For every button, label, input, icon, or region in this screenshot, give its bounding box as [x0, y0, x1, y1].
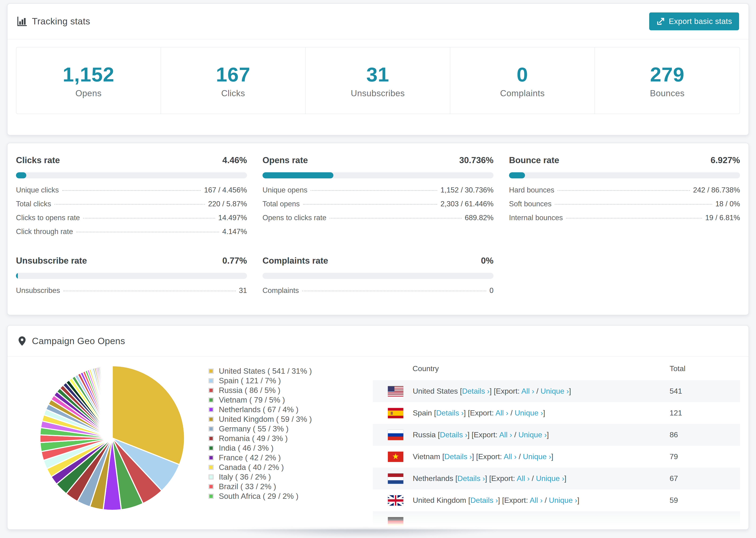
unsubscribe-rate-progress: [16, 273, 247, 279]
tracking-stats-card: Tracking stats Export basic stats 1,152 …: [7, 3, 749, 135]
export-unique-link[interactable]: Unique ›: [536, 474, 565, 483]
table-row-united-states: United States [Details ›] [Export: All ›…: [373, 380, 740, 402]
geo-body: United States ( 541 / 31% ) Spain ( 121 …: [8, 357, 748, 530]
opens-count: 1,152: [63, 63, 114, 86]
complaints-rate-progress: [262, 273, 494, 279]
details-link[interactable]: Details ›: [436, 409, 464, 417]
export-all-link[interactable]: All ›: [499, 430, 512, 439]
geo-opens-card: Campaign Geo Opens United States ( 541 /…: [7, 325, 749, 530]
table-row-spain: Spain [Details ›] [Export: All › / Uniqu…: [373, 402, 740, 424]
export-unique-link[interactable]: Unique ›: [514, 409, 543, 417]
rate-row: Opens to clicks rate689.82%: [262, 214, 494, 228]
total-value: 59: [670, 496, 740, 505]
page-bottom-shadow: [229, 529, 501, 538]
clicks-rate-title: Clicks rate: [16, 155, 60, 165]
geo-opens-pie-chart: [37, 363, 188, 513]
legend-item: Canada ( 40 / 2% ): [208, 462, 373, 472]
complaints-count: 0: [517, 63, 528, 86]
legend-item: South Africa ( 29 / 2% ): [208, 491, 373, 501]
page-title: Tracking stats: [32, 16, 90, 27]
details-link[interactable]: Details ›: [470, 496, 498, 505]
legend-color-chip: [208, 378, 214, 383]
export-all-link[interactable]: All ›: [530, 496, 543, 505]
opens-rate-progress: [262, 172, 494, 178]
export-unique-link[interactable]: Unique ›: [518, 430, 547, 439]
russia-flag-icon: [388, 430, 404, 440]
export-basic-stats-button[interactable]: Export basic stats: [649, 13, 739, 30]
table-row-partial: [373, 511, 740, 530]
rate-row: Unique clicks167 / 4.456%: [16, 186, 247, 200]
export-all-link[interactable]: All ›: [504, 452, 516, 461]
germany-flag-icon: [388, 517, 404, 527]
dashboard-page: { "colors": { "accent": "#1b8da4", "butt…: [0, 0, 756, 538]
stat-unsubscribes: 31 Unsubscribes: [306, 47, 450, 114]
details-link[interactable]: Details ›: [462, 387, 490, 395]
bounce-rate-title: Bounce rate: [509, 155, 559, 165]
rate-row: Hard bounces242 / 86.738%: [509, 186, 740, 200]
export-icon: [656, 17, 665, 26]
unsubscribes-count: 31: [366, 63, 389, 86]
bounce-rate-progress: [509, 172, 740, 178]
map-pin-icon: [17, 336, 27, 346]
total-value: 541: [670, 387, 740, 396]
legend-color-chip: [208, 446, 214, 451]
export-unique-link[interactable]: Unique ›: [549, 496, 577, 505]
rate-row: Click through rate4.147%: [16, 228, 247, 241]
legend-color-chip: [208, 455, 214, 460]
export-all-link[interactable]: All ›: [495, 409, 508, 417]
legend-color-chip: [208, 484, 214, 489]
netherlands-flag-icon: [388, 473, 404, 484]
stat-clicks: 167 Clicks: [161, 47, 306, 114]
details-link[interactable]: Details ›: [458, 474, 485, 483]
stat-bounces: 279 Bounces: [595, 47, 739, 114]
export-all-link[interactable]: All ›: [521, 387, 534, 395]
legend-item: Netherlands ( 67 / 4% ): [208, 405, 373, 414]
table-row-united-kingdom: United Kingdom [Details ›] [Export: All …: [373, 489, 740, 511]
table-row-russia: Russia [Details ›] [Export: All › / Uniq…: [373, 424, 740, 446]
clicks-count: 167: [216, 63, 250, 86]
legend-color-chip: [208, 436, 214, 441]
table-row-netherlands: Netherlands [Details ›] [Export: All › /…: [373, 467, 740, 489]
clicks-rate-block: Clicks rate 4.46% Unique clicks167 / 4.4…: [16, 155, 247, 241]
rate-row: Complaints0: [262, 286, 494, 300]
geo-pie-legend: United States ( 541 / 31% ) Spain ( 121 …: [208, 357, 373, 530]
section-title: Campaign Geo Opens: [32, 336, 125, 346]
export-unique-link[interactable]: Unique ›: [523, 452, 551, 461]
summary-stats-row: 1,152 Opens 167 Clicks 31 Unsubscribes 0…: [16, 47, 740, 114]
us-flag-icon: [388, 386, 404, 397]
table-row-vietnam: Vietnam [Details ›] [Export: All › / Uni…: [373, 446, 740, 467]
rates-card: Clicks rate 4.46% Unique clicks167 / 4.4…: [7, 143, 749, 315]
legend-color-chip: [208, 388, 214, 393]
legend-color-chip: [208, 368, 214, 374]
rates-grid: Clicks rate 4.46% Unique clicks167 / 4.4…: [8, 143, 748, 300]
export-all-link[interactable]: All ›: [517, 474, 530, 483]
legend-item: India ( 46 / 3% ): [208, 443, 373, 453]
rate-row: Internal bounces19 / 6.81%: [509, 214, 740, 228]
total-value: 67: [670, 474, 740, 483]
legend-color-chip: [208, 426, 214, 431]
country-column-header: Country: [412, 364, 439, 373]
details-link[interactable]: Details ›: [445, 452, 472, 461]
complaints-rate-value: 0%: [481, 256, 494, 266]
legend-item: France ( 42 / 2% ): [208, 453, 373, 462]
tracking-stats-title: Tracking stats: [17, 16, 90, 27]
legend-item: Italy ( 36 / 2% ): [208, 472, 373, 482]
geo-table-header: Country Total: [373, 357, 740, 380]
export-unique-link[interactable]: Unique ›: [540, 387, 569, 395]
unsubscribe-rate-title: Unsubscribe rate: [16, 256, 87, 266]
tracking-stats-header: Tracking stats Export basic stats: [8, 4, 748, 39]
legend-item: Vietnam ( 79 / 5% ): [208, 395, 373, 405]
total-value: 79: [670, 452, 740, 461]
legend-item: Germany ( 55 / 3% ): [208, 424, 373, 434]
bounce-rate-block: Bounce rate 6.927% Hard bounces242 / 86.…: [509, 155, 740, 241]
opens-rate-block: Opens rate 30.736% Unique opens1,152 / 3…: [262, 155, 494, 241]
spain-flag-icon: [388, 408, 404, 418]
legend-item: Romania ( 49 / 3% ): [208, 434, 373, 443]
vietnam-flag-icon: [388, 452, 404, 462]
clicks-rate-progress: [16, 172, 247, 178]
opens-rate-value: 30.736%: [459, 155, 494, 165]
unsubscribe-rate-block: Unsubscribe rate 0.77% Unsubscribes31: [16, 256, 247, 300]
geo-table: Country Total United States [Details ›] …: [373, 357, 740, 530]
legend-color-chip: [208, 465, 214, 470]
details-link[interactable]: Details ›: [440, 430, 467, 439]
